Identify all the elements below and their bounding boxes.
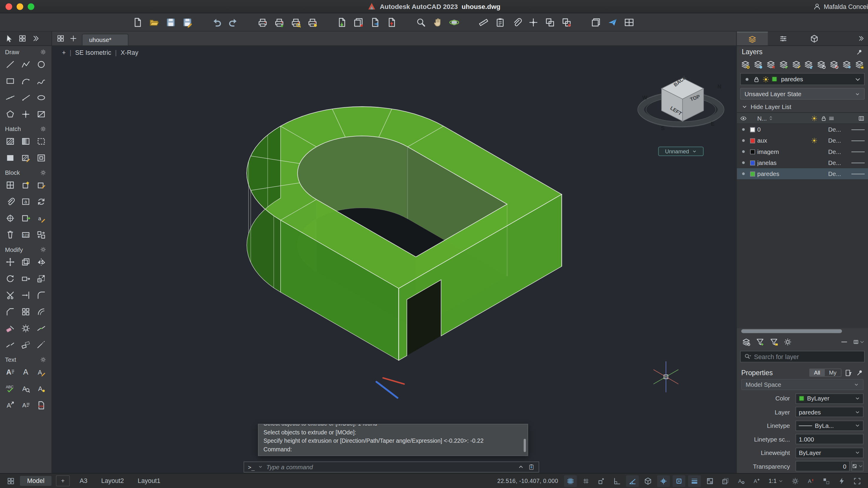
polygon-button[interactable] xyxy=(4,108,17,120)
export-layout-button[interactable] xyxy=(368,14,382,30)
section-settings-button[interactable] xyxy=(40,356,46,363)
rotate-button[interactable] xyxy=(4,273,17,284)
annotation-visibility-toggle[interactable]: A xyxy=(735,475,748,487)
layer-states-button[interactable] xyxy=(740,336,752,348)
user-account-button[interactable]: Mafalda Concei xyxy=(813,2,868,10)
layout-tab-layout1[interactable]: Layout1 xyxy=(132,476,166,486)
pan-button[interactable] xyxy=(430,14,445,30)
ortho-toggle[interactable] xyxy=(611,475,624,487)
command-scrollbar[interactable] xyxy=(524,439,526,452)
section-settings-button[interactable] xyxy=(40,169,46,176)
columns-button[interactable] xyxy=(853,336,865,348)
open-folder-button[interactable] xyxy=(147,14,161,30)
panel-tab-blocks-palette[interactable] xyxy=(799,32,830,45)
replace-block-button[interactable] xyxy=(35,229,47,240)
paste-button[interactable] xyxy=(493,14,507,30)
section-settings-button[interactable] xyxy=(40,126,46,132)
add-plotter-button[interactable] xyxy=(272,14,286,30)
region-button[interactable] xyxy=(35,108,47,120)
publish-button[interactable] xyxy=(334,14,349,30)
viewport-config-button[interactable] xyxy=(18,34,27,42)
properties-dock-button[interactable] xyxy=(856,369,864,377)
rectangle-button[interactable] xyxy=(4,75,17,86)
command-input[interactable]: >_ Type a command xyxy=(244,461,539,473)
auto-hide-button[interactable] xyxy=(854,32,868,45)
plot-button[interactable] xyxy=(255,14,270,30)
workspace-switching-button[interactable] xyxy=(789,475,802,487)
unisolate-layer-button[interactable] xyxy=(828,59,839,70)
layout-tab-layout2[interactable]: Layout2 xyxy=(96,476,129,486)
lock-layer-button[interactable] xyxy=(854,59,865,70)
group-button[interactable] xyxy=(542,14,557,30)
write-block-button[interactable] xyxy=(20,213,32,224)
property-field[interactable]: ByLa... xyxy=(796,420,864,431)
hide-layer-list-button[interactable]: Hide Layer List xyxy=(737,101,868,112)
align-button[interactable] xyxy=(20,339,32,350)
redo-button[interactable] xyxy=(226,14,241,30)
define-attribute-button[interactable]: a xyxy=(20,196,32,207)
plot-preview-button[interactable] xyxy=(288,14,303,30)
sync-attributes-button[interactable] xyxy=(35,196,47,207)
lineweight-toggle[interactable] xyxy=(688,475,701,487)
lengthen-button[interactable] xyxy=(35,339,47,350)
new-property-filter-button[interactable] xyxy=(754,336,766,348)
isolate-objects-button[interactable] xyxy=(820,475,833,487)
save-button[interactable] xyxy=(163,14,178,30)
infer-constraints-toggle[interactable] xyxy=(595,475,608,487)
layer-state-dropdown[interactable]: Unsaved Layer State xyxy=(740,88,865,99)
ellipse-button[interactable] xyxy=(35,92,47,103)
section-settings-button[interactable] xyxy=(40,246,46,253)
transmit-button[interactable] xyxy=(384,14,399,30)
transparency-picker-button[interactable] xyxy=(851,461,864,471)
trim-button[interactable] xyxy=(4,289,17,300)
attach-button[interactable] xyxy=(509,14,524,30)
view-name-dropdown[interactable]: Unnamed xyxy=(658,147,704,156)
arc-button[interactable] xyxy=(20,75,32,86)
drawing-canvas[interactable]: +|SE Isometric|X-Ray WSENBACKLEFTTOP Unn… xyxy=(52,46,736,473)
layer-color-swatch[interactable] xyxy=(750,160,755,165)
snap-toggle[interactable] xyxy=(580,475,592,487)
create-block-button[interactable] xyxy=(20,179,32,190)
polar-tracking-toggle[interactable] xyxy=(626,475,639,487)
point-style-button[interactable] xyxy=(526,14,540,30)
property-field[interactable]: 0 xyxy=(796,461,850,471)
fillet-button[interactable] xyxy=(35,289,47,300)
command-options-button[interactable] xyxy=(258,464,263,470)
model-tab[interactable]: Model xyxy=(20,476,52,486)
new-layer-button[interactable] xyxy=(740,59,751,70)
filter-my-button[interactable]: My xyxy=(825,369,841,376)
new-drawing-tab-button[interactable] xyxy=(69,34,78,42)
edit-text-button[interactable]: A xyxy=(35,366,47,377)
import-pdf-button[interactable]: PDF xyxy=(35,399,47,411)
object-snap-tracking-toggle[interactable] xyxy=(657,475,670,487)
copy-button[interactable] xyxy=(20,256,32,267)
clean-screen-button[interactable] xyxy=(851,475,864,487)
attach-reference-button[interactable] xyxy=(4,196,17,207)
move-button[interactable] xyxy=(4,256,17,267)
panel-tab-layers-palette[interactable] xyxy=(737,32,768,45)
boundary-button[interactable] xyxy=(35,135,47,147)
viewport-control-1[interactable]: SE Isometric xyxy=(75,49,111,56)
line-button[interactable] xyxy=(4,59,17,70)
array-button[interactable] xyxy=(20,306,32,317)
layer-search-box[interactable] xyxy=(740,351,865,362)
property-field[interactable]: paredes xyxy=(796,407,864,417)
viewport-control-2[interactable]: X-Ray xyxy=(121,49,138,56)
circle-button[interactable] xyxy=(35,59,47,70)
multiline-text-button[interactable]: A xyxy=(4,366,17,377)
extend-button[interactable] xyxy=(20,289,32,300)
palette-overflow-button[interactable] xyxy=(32,34,40,42)
explode-button[interactable] xyxy=(20,322,32,333)
find-replace-button[interactable]: A xyxy=(20,383,32,394)
selection-context-dropdown[interactable]: Model Space xyxy=(741,379,864,390)
count-blocks-button[interactable]: 123 xyxy=(20,229,32,240)
property-field[interactable]: ByLayer xyxy=(796,448,864,458)
erase-button[interactable] xyxy=(4,322,17,333)
text-style-button[interactable]: A xyxy=(35,383,47,394)
layer-settings-button[interactable] xyxy=(782,336,793,348)
share-drawing-button[interactable] xyxy=(605,14,620,30)
command-clipboard-icon[interactable] xyxy=(528,464,535,470)
quick-select-button[interactable] xyxy=(845,369,852,377)
new-file-button[interactable] xyxy=(130,14,145,30)
freeze-layer-button[interactable] xyxy=(841,59,852,70)
